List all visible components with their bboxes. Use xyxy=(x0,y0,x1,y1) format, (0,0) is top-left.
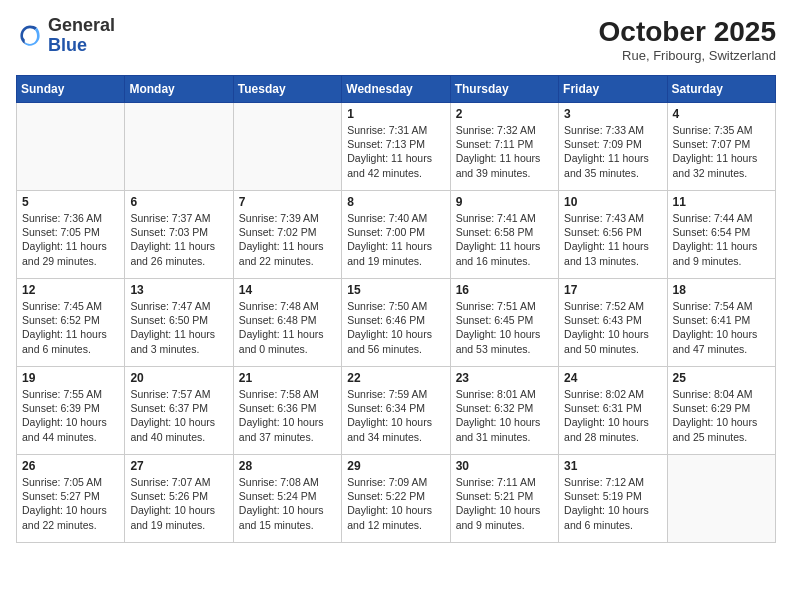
day-info: Sunrise: 7:35 AM Sunset: 7:07 PM Dayligh… xyxy=(673,123,770,180)
calendar-cell: 9Sunrise: 7:41 AM Sunset: 6:58 PM Daylig… xyxy=(450,191,558,279)
day-info: Sunrise: 7:31 AM Sunset: 7:13 PM Dayligh… xyxy=(347,123,444,180)
day-info: Sunrise: 7:54 AM Sunset: 6:41 PM Dayligh… xyxy=(673,299,770,356)
calendar-cell: 13Sunrise: 7:47 AM Sunset: 6:50 PM Dayli… xyxy=(125,279,233,367)
day-info: Sunrise: 7:57 AM Sunset: 6:37 PM Dayligh… xyxy=(130,387,227,444)
day-number: 2 xyxy=(456,107,553,121)
day-info: Sunrise: 7:32 AM Sunset: 7:11 PM Dayligh… xyxy=(456,123,553,180)
day-info: Sunrise: 7:11 AM Sunset: 5:21 PM Dayligh… xyxy=(456,475,553,532)
day-info: Sunrise: 7:47 AM Sunset: 6:50 PM Dayligh… xyxy=(130,299,227,356)
calendar-cell xyxy=(17,103,125,191)
logo-text: General Blue xyxy=(48,16,115,56)
calendar-cell: 23Sunrise: 8:01 AM Sunset: 6:32 PM Dayli… xyxy=(450,367,558,455)
day-info: Sunrise: 8:01 AM Sunset: 6:32 PM Dayligh… xyxy=(456,387,553,444)
day-number: 8 xyxy=(347,195,444,209)
weekday-header: Wednesday xyxy=(342,76,450,103)
calendar-cell: 16Sunrise: 7:51 AM Sunset: 6:45 PM Dayli… xyxy=(450,279,558,367)
weekday-header: Tuesday xyxy=(233,76,341,103)
day-number: 11 xyxy=(673,195,770,209)
day-number: 14 xyxy=(239,283,336,297)
day-info: Sunrise: 7:43 AM Sunset: 6:56 PM Dayligh… xyxy=(564,211,661,268)
calendar-cell xyxy=(667,455,775,543)
day-number: 25 xyxy=(673,371,770,385)
calendar-cell: 31Sunrise: 7:12 AM Sunset: 5:19 PM Dayli… xyxy=(559,455,667,543)
day-info: Sunrise: 7:08 AM Sunset: 5:24 PM Dayligh… xyxy=(239,475,336,532)
day-number: 23 xyxy=(456,371,553,385)
day-info: Sunrise: 7:51 AM Sunset: 6:45 PM Dayligh… xyxy=(456,299,553,356)
calendar-cell xyxy=(233,103,341,191)
calendar-cell: 28Sunrise: 7:08 AM Sunset: 5:24 PM Dayli… xyxy=(233,455,341,543)
calendar-cell: 6Sunrise: 7:37 AM Sunset: 7:03 PM Daylig… xyxy=(125,191,233,279)
day-number: 27 xyxy=(130,459,227,473)
day-info: Sunrise: 7:40 AM Sunset: 7:00 PM Dayligh… xyxy=(347,211,444,268)
day-number: 13 xyxy=(130,283,227,297)
day-info: Sunrise: 7:07 AM Sunset: 5:26 PM Dayligh… xyxy=(130,475,227,532)
calendar-cell: 22Sunrise: 7:59 AM Sunset: 6:34 PM Dayli… xyxy=(342,367,450,455)
calendar-week-row: 26Sunrise: 7:05 AM Sunset: 5:27 PM Dayli… xyxy=(17,455,776,543)
page-header: General Blue October 2025 Rue, Fribourg,… xyxy=(16,16,776,63)
calendar-cell: 3Sunrise: 7:33 AM Sunset: 7:09 PM Daylig… xyxy=(559,103,667,191)
day-number: 5 xyxy=(22,195,119,209)
calendar-cell: 19Sunrise: 7:55 AM Sunset: 6:39 PM Dayli… xyxy=(17,367,125,455)
calendar-cell: 21Sunrise: 7:58 AM Sunset: 6:36 PM Dayli… xyxy=(233,367,341,455)
day-info: Sunrise: 7:37 AM Sunset: 7:03 PM Dayligh… xyxy=(130,211,227,268)
calendar-cell: 24Sunrise: 8:02 AM Sunset: 6:31 PM Dayli… xyxy=(559,367,667,455)
calendar-cell: 1Sunrise: 7:31 AM Sunset: 7:13 PM Daylig… xyxy=(342,103,450,191)
weekday-header: Saturday xyxy=(667,76,775,103)
day-info: Sunrise: 7:33 AM Sunset: 7:09 PM Dayligh… xyxy=(564,123,661,180)
day-info: Sunrise: 7:48 AM Sunset: 6:48 PM Dayligh… xyxy=(239,299,336,356)
calendar-cell: 10Sunrise: 7:43 AM Sunset: 6:56 PM Dayli… xyxy=(559,191,667,279)
day-number: 4 xyxy=(673,107,770,121)
day-info: Sunrise: 7:05 AM Sunset: 5:27 PM Dayligh… xyxy=(22,475,119,532)
calendar-cell: 5Sunrise: 7:36 AM Sunset: 7:05 PM Daylig… xyxy=(17,191,125,279)
calendar-cell: 2Sunrise: 7:32 AM Sunset: 7:11 PM Daylig… xyxy=(450,103,558,191)
calendar-cell: 7Sunrise: 7:39 AM Sunset: 7:02 PM Daylig… xyxy=(233,191,341,279)
day-number: 6 xyxy=(130,195,227,209)
weekday-header: Thursday xyxy=(450,76,558,103)
logo: General Blue xyxy=(16,16,115,56)
day-number: 20 xyxy=(130,371,227,385)
day-info: Sunrise: 7:55 AM Sunset: 6:39 PM Dayligh… xyxy=(22,387,119,444)
day-number: 19 xyxy=(22,371,119,385)
calendar-cell: 17Sunrise: 7:52 AM Sunset: 6:43 PM Dayli… xyxy=(559,279,667,367)
day-number: 7 xyxy=(239,195,336,209)
day-number: 1 xyxy=(347,107,444,121)
calendar-cell: 14Sunrise: 7:48 AM Sunset: 6:48 PM Dayli… xyxy=(233,279,341,367)
day-number: 9 xyxy=(456,195,553,209)
calendar-header-row: SundayMondayTuesdayWednesdayThursdayFrid… xyxy=(17,76,776,103)
weekday-header: Friday xyxy=(559,76,667,103)
day-info: Sunrise: 7:50 AM Sunset: 6:46 PM Dayligh… xyxy=(347,299,444,356)
location: Rue, Fribourg, Switzerland xyxy=(599,48,776,63)
day-number: 17 xyxy=(564,283,661,297)
calendar-cell xyxy=(125,103,233,191)
month-title: October 2025 xyxy=(599,16,776,48)
calendar-week-row: 1Sunrise: 7:31 AM Sunset: 7:13 PM Daylig… xyxy=(17,103,776,191)
day-number: 21 xyxy=(239,371,336,385)
calendar-cell: 30Sunrise: 7:11 AM Sunset: 5:21 PM Dayli… xyxy=(450,455,558,543)
day-number: 15 xyxy=(347,283,444,297)
weekday-header: Sunday xyxy=(17,76,125,103)
day-number: 22 xyxy=(347,371,444,385)
day-info: Sunrise: 7:36 AM Sunset: 7:05 PM Dayligh… xyxy=(22,211,119,268)
day-number: 29 xyxy=(347,459,444,473)
day-number: 30 xyxy=(456,459,553,473)
logo-icon xyxy=(16,22,44,50)
calendar-cell: 8Sunrise: 7:40 AM Sunset: 7:00 PM Daylig… xyxy=(342,191,450,279)
day-number: 28 xyxy=(239,459,336,473)
calendar-cell: 4Sunrise: 7:35 AM Sunset: 7:07 PM Daylig… xyxy=(667,103,775,191)
calendar-week-row: 19Sunrise: 7:55 AM Sunset: 6:39 PM Dayli… xyxy=(17,367,776,455)
weekday-header: Monday xyxy=(125,76,233,103)
calendar-week-row: 5Sunrise: 7:36 AM Sunset: 7:05 PM Daylig… xyxy=(17,191,776,279)
day-info: Sunrise: 8:04 AM Sunset: 6:29 PM Dayligh… xyxy=(673,387,770,444)
title-section: October 2025 Rue, Fribourg, Switzerland xyxy=(599,16,776,63)
calendar-cell: 27Sunrise: 7:07 AM Sunset: 5:26 PM Dayli… xyxy=(125,455,233,543)
calendar-cell: 25Sunrise: 8:04 AM Sunset: 6:29 PM Dayli… xyxy=(667,367,775,455)
day-number: 18 xyxy=(673,283,770,297)
calendar-cell: 15Sunrise: 7:50 AM Sunset: 6:46 PM Dayli… xyxy=(342,279,450,367)
calendar-cell: 11Sunrise: 7:44 AM Sunset: 6:54 PM Dayli… xyxy=(667,191,775,279)
calendar-cell: 12Sunrise: 7:45 AM Sunset: 6:52 PM Dayli… xyxy=(17,279,125,367)
day-info: Sunrise: 7:39 AM Sunset: 7:02 PM Dayligh… xyxy=(239,211,336,268)
day-info: Sunrise: 7:45 AM Sunset: 6:52 PM Dayligh… xyxy=(22,299,119,356)
calendar-week-row: 12Sunrise: 7:45 AM Sunset: 6:52 PM Dayli… xyxy=(17,279,776,367)
day-number: 16 xyxy=(456,283,553,297)
day-info: Sunrise: 7:59 AM Sunset: 6:34 PM Dayligh… xyxy=(347,387,444,444)
